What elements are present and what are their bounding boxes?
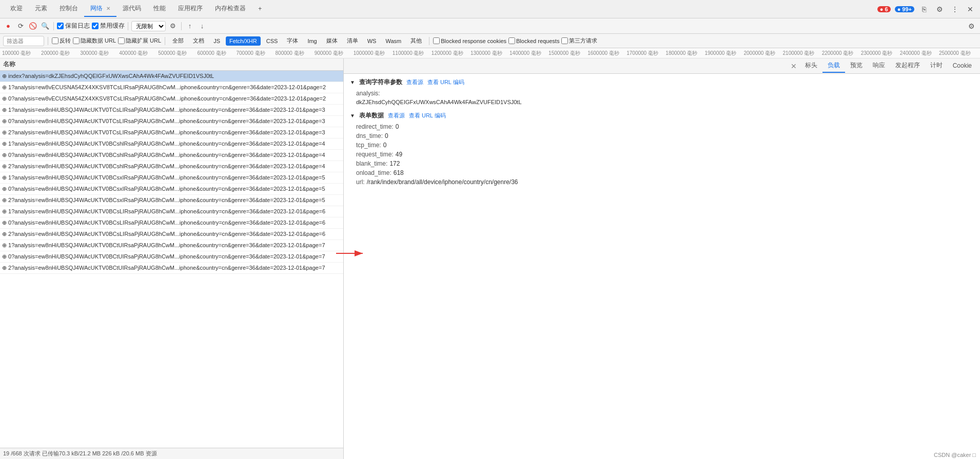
filter-sep-2 bbox=[165, 37, 165, 45]
filter-fetch-xhr-button[interactable]: Fetch/XHR bbox=[226, 36, 261, 46]
import-icon[interactable]: ↑ bbox=[185, 21, 195, 31]
view-url-encoded-link[interactable]: 查看 URL 编码 bbox=[427, 78, 464, 86]
third-party-input[interactable] bbox=[561, 37, 568, 44]
third-party-checkbox[interactable]: 第三方请求 bbox=[561, 37, 597, 45]
request-item-9[interactable]: ⊕ 1?analysis=ew8nHiUBSQJ4WAcUKTV0BCsxIRs… bbox=[0, 172, 343, 184]
filter-manifest-button[interactable]: 清单 bbox=[343, 35, 362, 46]
request-text-6: ⊕ 1?analysis=ew8nHiUBSQJ4WAcUKTV0BCshlRs… bbox=[2, 141, 325, 147]
tl-9: 1000000 毫秒 bbox=[354, 50, 393, 57]
request-item-2[interactable]: ⊕ 0?analysis=ew8vECUSNA54ZX4XKSV8TCsLIRs… bbox=[0, 93, 343, 105]
request-list[interactable]: ⊕ index?analysis=dkZJEhsdCyhQQEIGFxUWXws… bbox=[0, 71, 343, 448]
tab-network[interactable]: 网络 ✕ bbox=[84, 1, 116, 17]
tab-preview[interactable]: 预览 bbox=[845, 59, 868, 73]
filter-wasm-button[interactable]: Wasm bbox=[382, 36, 405, 46]
request-item-13[interactable]: ⊕ 0?analysis=ew8nHiUBSQJ4WAcUKTV0BCsLIRs… bbox=[0, 217, 343, 229]
request-item-14[interactable]: ⊕ 2?analysis=ew8nHiUBSQJ4WAcUKTV0BCsLIRs… bbox=[0, 229, 343, 240]
request-item-5[interactable]: ⊕ 2?analysis=ew8nHiUBSQJ4WAcUKTV0TCsLIRs… bbox=[0, 127, 343, 138]
request-item-4[interactable]: ⊕ 0?analysis=ew8nHiUBSQJ4WAcUKTV0TCsLIRs… bbox=[0, 116, 343, 127]
tab-welcome[interactable]: 欢迎 bbox=[4, 1, 29, 17]
tab-payload[interactable]: 负载 bbox=[822, 59, 845, 73]
tl-8: 900000 毫秒 bbox=[315, 50, 354, 57]
tab-headers[interactable]: 标头 bbox=[800, 59, 822, 73]
request-item-10[interactable]: ⊕ 0?analysis=ew8nHiUBSQJ4WAcUKTV0BCsxIRs… bbox=[0, 184, 343, 195]
tab-console[interactable]: 控制台 bbox=[53, 1, 84, 17]
tl-23: 2400000 毫秒 bbox=[900, 50, 939, 57]
filter-other-button[interactable]: 其他 bbox=[407, 35, 425, 46]
tl-21: 2200000 毫秒 bbox=[822, 50, 861, 57]
request-item-1[interactable]: ⊕ 1?analysis=ew8vECUSNA54ZX4XKSV8TCsLIRs… bbox=[0, 82, 343, 93]
hide-extension-url-input[interactable] bbox=[118, 37, 125, 44]
search-button[interactable]: 🔍 bbox=[40, 21, 50, 31]
throttle-settings-icon[interactable]: ⚙ bbox=[168, 21, 178, 31]
blocked-cookies-checkbox[interactable]: Blocked response cookies bbox=[433, 37, 506, 44]
tl-0: 100000 毫秒 bbox=[2, 50, 41, 57]
more-icon[interactable]: ⋮ bbox=[949, 4, 961, 15]
tab-add[interactable]: + bbox=[252, 2, 268, 16]
request-item-3[interactable]: ⊕ 1?analysis=ew8nHiUBSQJ4WAcUKTV0TCsLIRs… bbox=[0, 105, 343, 116]
tl-24: 2500000 毫秒 bbox=[939, 50, 978, 57]
main-content: 名称 ⊕ index?analysis=dkZJEhsdCyhQQEIGFxUW… bbox=[0, 58, 980, 459]
disable-cache-input[interactable] bbox=[92, 23, 99, 29]
disable-cache-checkbox[interactable]: 禁用缓存 bbox=[92, 22, 125, 30]
invert-input[interactable] bbox=[52, 37, 58, 44]
share-icon[interactable]: ⎘ bbox=[918, 4, 930, 15]
export-icon[interactable]: ↓ bbox=[197, 21, 207, 31]
blocked-requests-checkbox[interactable]: Blocked requests bbox=[508, 37, 559, 44]
filter-ws-button[interactable]: WS bbox=[364, 36, 380, 46]
blocked-cookies-input[interactable] bbox=[433, 37, 440, 44]
clear-button[interactable]: 🚫 bbox=[28, 21, 38, 31]
query-params-toggle[interactable]: ▼ bbox=[350, 79, 355, 85]
hide-data-url-checkbox[interactable]: 隐藏数据 URL bbox=[73, 37, 116, 45]
filter-doc-button[interactable]: 文档 bbox=[189, 35, 208, 46]
request-item-16[interactable]: ⊕ 0?analysis=ew8nHiUBSQJ4WAcUKTV0BCtUIRs… bbox=[0, 251, 343, 263]
request-item-6[interactable]: ⊕ 1?analysis=ew8nHiUBSQJ4WAcUKTV0BCshlRs… bbox=[0, 138, 343, 150]
filter-img-button[interactable]: Img bbox=[304, 36, 320, 46]
invert-checkbox[interactable]: 反转 bbox=[52, 37, 71, 45]
tl-16: 1700000 毫秒 bbox=[626, 50, 665, 57]
filter-font-button[interactable]: 字体 bbox=[283, 35, 302, 46]
preserve-log-checkbox[interactable]: 保留日志 bbox=[57, 22, 90, 30]
settings-icon[interactable]: ⚙ bbox=[934, 4, 945, 15]
tl-18: 1900000 毫秒 bbox=[704, 50, 743, 57]
blocked-requests-input[interactable] bbox=[508, 37, 515, 44]
network-settings-icon[interactable]: ⚙ bbox=[966, 21, 977, 32]
hide-extension-url-checkbox[interactable]: 隐藏扩展 URL bbox=[118, 37, 161, 45]
form-view-source-link[interactable]: 查看源 bbox=[388, 112, 405, 119]
filter-css-button[interactable]: CSS bbox=[263, 36, 282, 46]
form-value-5: 618 bbox=[394, 169, 404, 176]
tab-elements[interactable]: 元素 bbox=[29, 1, 53, 17]
tab-response[interactable]: 响应 bbox=[868, 59, 890, 73]
throttle-select[interactable]: 无限制 快速3G 慢速3G bbox=[131, 21, 166, 31]
request-item-15[interactable]: ⊕ 1?analysis=ew8nHiUBSQJ4WAcUKTV0BCtUIRs… bbox=[0, 240, 343, 251]
form-data-toggle[interactable]: ▼ bbox=[350, 113, 355, 118]
filter-input[interactable] bbox=[3, 36, 44, 46]
tab-application[interactable]: 应用程序 bbox=[172, 1, 209, 17]
view-source-link[interactable]: 查看源 bbox=[406, 78, 423, 86]
request-text-4: ⊕ 0?analysis=ew8nHiUBSQJ4WAcUKTV0TCsLIRs… bbox=[2, 118, 325, 125]
tab-sources[interactable]: 源代码 bbox=[116, 1, 147, 17]
tab-timing[interactable]: 计时 bbox=[925, 59, 948, 73]
request-item-7[interactable]: ⊕ 0?analysis=ew8nHiUBSQJ4WAcUKTV0BCshlRs… bbox=[0, 150, 343, 161]
filter-all-button[interactable]: 全部 bbox=[169, 35, 187, 46]
panel-close-button[interactable]: ✕ bbox=[788, 60, 800, 72]
form-view-url-link[interactable]: 查看 URL 编码 bbox=[409, 112, 446, 119]
tab-network-close[interactable]: ✕ bbox=[106, 6, 110, 11]
hide-data-url-input[interactable] bbox=[73, 37, 80, 44]
request-item-8[interactable]: ⊕ 2?analysis=ew8nHiUBSQJ4WAcUKTV0BCshlRs… bbox=[0, 161, 343, 172]
request-item-12[interactable]: ⊕ 1?analysis=ew8nHiUBSQJ4WAcUKTV0BCsLIRs… bbox=[0, 206, 343, 217]
tab-initiator[interactable]: 发起程序 bbox=[890, 59, 925, 73]
tl-19: 2000000 毫秒 bbox=[743, 50, 782, 57]
filter-media-button[interactable]: 媒体 bbox=[323, 35, 341, 46]
record-button[interactable]: ● bbox=[3, 21, 13, 31]
tab-cookie[interactable]: Cookie bbox=[948, 60, 977, 72]
filter-js-button[interactable]: JS bbox=[210, 36, 224, 46]
close-devtools-icon[interactable]: ✕ bbox=[965, 4, 976, 15]
request-text-7: ⊕ 0?analysis=ew8nHiUBSQJ4WAcUKTV0BCshlRs… bbox=[2, 152, 325, 158]
request-item-11[interactable]: ⊕ 2?analysis=ew8nHiUBSQJ4WAcUKTV0BCsxIRs… bbox=[0, 195, 343, 206]
preserve-log-input[interactable] bbox=[57, 23, 64, 29]
tab-performance[interactable]: 性能 bbox=[147, 1, 172, 17]
refresh-button[interactable]: ⟳ bbox=[15, 21, 26, 31]
tab-memory-inspector[interactable]: 内存检查器 bbox=[209, 1, 252, 17]
request-item-0[interactable]: ⊕ index?analysis=dkZJEhsdCyhQQEIGFxUWXws… bbox=[0, 71, 343, 82]
request-item-17[interactable]: ⊕ 2?analysis=ew8nHiUBSQJ4WAcUKTV0BCtUIRs… bbox=[0, 263, 343, 274]
